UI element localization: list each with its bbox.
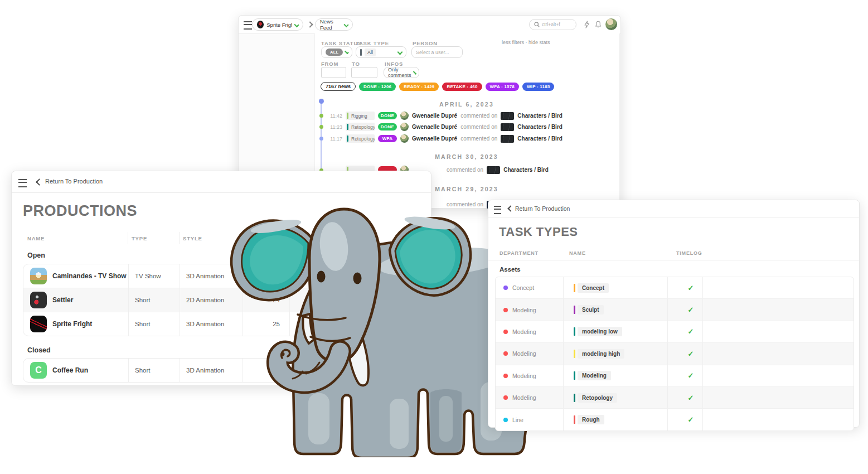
news-total-badge: 7167 news (321, 82, 356, 91)
entity-thumbnail[interactable] (501, 123, 514, 131)
department-dot (503, 395, 508, 400)
section-selector[interactable]: News Feed (315, 18, 353, 31)
production-style: 3D Animation (186, 273, 224, 279)
entity-thumbnail[interactable] (501, 135, 514, 143)
entity-thumbnail[interactable] (501, 112, 514, 120)
section-label-assets: Assets (500, 266, 521, 273)
table-row[interactable]: Line Rough ✓ (496, 409, 854, 430)
column-header-name: NAME (569, 250, 586, 256)
task-type-color-bar (574, 306, 575, 314)
chevron-down-icon (397, 50, 403, 55)
entity-thumbnail[interactable] (487, 166, 500, 174)
production-thumbnail: C (30, 362, 47, 379)
department-dot (503, 418, 508, 422)
chevron-down-icon (343, 22, 348, 27)
menu-icon[interactable] (18, 179, 27, 187)
task-type-tag: Rigging (346, 112, 375, 120)
news-topbar: Sprite Fright News Feed ctrl+alt+f (239, 16, 620, 34)
task-type-name[interactable]: Rough (578, 415, 604, 424)
table-row[interactable]: Modeling modeling low ✓ (496, 321, 854, 343)
status-pill: DONE (378, 123, 397, 130)
task-type-color-bar (574, 327, 575, 336)
status-badge-wip: WIP : 1185 (522, 83, 554, 91)
task-type-name[interactable]: Sculpt (578, 305, 604, 315)
timeline-dot (319, 114, 323, 118)
section-label-open: Open (27, 251, 45, 259)
entity-name[interactable]: Characters / Bird (517, 136, 562, 142)
production-style: 3D Animation (186, 367, 224, 374)
production-name[interactable]: Coffee Run (52, 366, 88, 374)
column-header-department: DEPARTMENT (500, 250, 539, 256)
table-row[interactable]: Modeling Modeling ✓ (496, 365, 854, 387)
to-label: TO (352, 61, 360, 67)
news-item[interactable]: 11:42 Rigging DONE Gwenaelle Dupré comme… (328, 111, 562, 120)
production-name[interactable]: Caminandes - TV Show (52, 272, 127, 280)
back-chevron-icon[interactable] (36, 178, 43, 186)
department-dot (503, 374, 508, 378)
chevron-down-icon (345, 50, 349, 54)
to-date-input[interactable] (351, 67, 377, 78)
back-link[interactable]: Return To Production (515, 205, 570, 212)
search-placeholder: ctrl+alt+f (542, 22, 560, 27)
quick-action-icon[interactable] (584, 21, 590, 28)
infos-select[interactable]: Only comments (384, 67, 419, 78)
task-status-select[interactable]: ALL (321, 46, 352, 58)
back-chevron-icon[interactable] (507, 205, 513, 211)
production-name[interactable]: Settler (52, 296, 73, 304)
column-header-type: TYPE (132, 235, 147, 241)
entity-name[interactable]: Characters / Bird (517, 124, 562, 130)
task-type-tag: Retopology (346, 123, 375, 131)
section-label-closed: Closed (27, 346, 51, 354)
commenter-avatar (400, 123, 409, 131)
menu-icon[interactable] (494, 206, 501, 214)
production-name[interactable]: Sprite Fright (52, 320, 92, 328)
table-row[interactable]: Concept Concept ✓ (496, 277, 854, 299)
chevron-down-icon (294, 22, 299, 27)
entity-name[interactable]: Characters / Bird (517, 113, 562, 119)
menu-icon[interactable] (244, 21, 252, 30)
timeline-dot (319, 125, 323, 129)
column-divider (179, 232, 180, 244)
task-type-color-bar (574, 371, 575, 380)
task-type-color-bar (574, 284, 575, 292)
task-type-select[interactable]: All (356, 46, 406, 58)
commenter-name[interactable]: Gwenaelle Dupré (412, 136, 457, 142)
task-type-name[interactable]: Concept (578, 283, 609, 293)
task-type-name[interactable]: modeling high (578, 349, 624, 359)
entity-name[interactable]: Characters / Bird (503, 167, 549, 173)
table-row[interactable]: Modeling Retopology ✓ (496, 387, 854, 409)
production-thumbnail (30, 292, 47, 308)
task-type-color-bar (574, 415, 575, 424)
back-link[interactable]: Return To Production (45, 178, 103, 185)
person-input[interactable]: Select a user... (411, 46, 463, 58)
task-types-window: Return To Production TASK TYPES DEPARTME… (488, 200, 860, 428)
task-types-table: Concept Concept ✓ Modeling Sculpt ✓ Mode… (495, 277, 854, 431)
notifications-bell-icon[interactable] (595, 21, 602, 28)
from-date-input[interactable] (321, 67, 346, 78)
news-stats: 7167 news DONE : 1206 READY : 1429 RETAK… (321, 82, 554, 91)
table-row[interactable]: Modeling modeling high ✓ (496, 343, 854, 365)
news-item[interactable]: 11:23 Retopology DONE Gwenaelle Dupré co… (328, 122, 562, 132)
action-text: commented on (447, 167, 483, 173)
commenter-name[interactable]: Gwenaelle Dupré (412, 124, 457, 130)
task-type-name[interactable]: modeling low (578, 327, 622, 336)
production-thumbnail (30, 268, 47, 284)
task-type-name[interactable]: Modeling (578, 371, 611, 380)
task-type-name[interactable]: Retopology (578, 393, 617, 403)
date-header: MARCH 30, 2023 (314, 153, 619, 160)
user-avatar[interactable] (605, 18, 617, 30)
timelog-check-icon: ✓ (684, 371, 697, 380)
news-item[interactable]: 11:17 Retopology WFA Gwenaelle Dupré com… (328, 134, 562, 143)
production-selector[interactable]: Sprite Fright (252, 18, 303, 31)
commenter-name[interactable]: Gwenaelle Dupré (412, 113, 457, 119)
column-header-timelog: TIMELOG (676, 250, 702, 256)
cartoon-elephant-illustration (225, 206, 532, 457)
table-row[interactable]: Modeling Sculpt ✓ (496, 299, 854, 321)
section-name: News Feed (320, 18, 342, 31)
column-header-name: NAME (27, 235, 45, 241)
search-input[interactable]: ctrl+alt+f (529, 19, 576, 30)
department-name: Modeling (512, 373, 536, 379)
task-types-topbar: Return To Production (488, 200, 859, 217)
filters-toggle-links[interactable]: less filters · hide stats (502, 40, 550, 45)
department-dot (503, 330, 508, 334)
